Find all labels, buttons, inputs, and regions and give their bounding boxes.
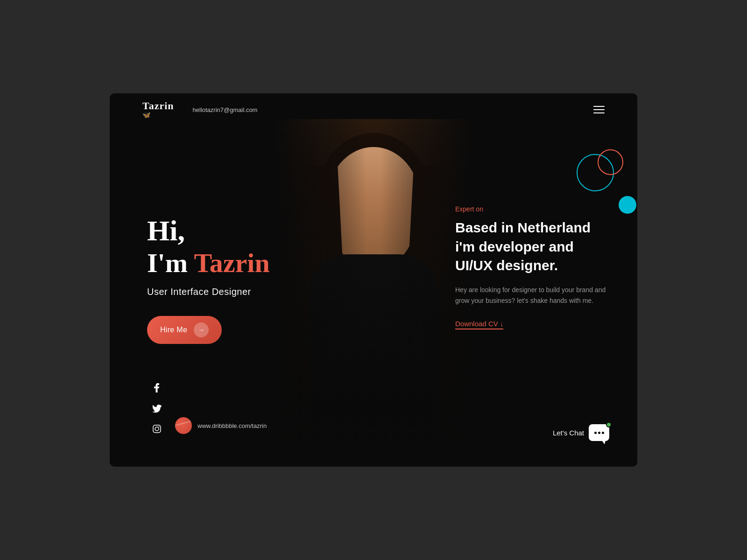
svg-point-2 [159, 427, 160, 427]
svg-rect-0 [153, 425, 161, 433]
greeting-im: I'm Tazrin [147, 248, 270, 278]
portrait-container [273, 119, 474, 460]
lets-chat-widget[interactable]: Let's Chat [553, 424, 609, 441]
gradient-overlay-left [273, 119, 366, 460]
download-cv-link[interactable]: Download CV ↓ [455, 320, 503, 329]
right-heading-line1: Based in Netherland [455, 220, 591, 235]
circle-ring-orange [598, 149, 623, 175]
hire-btn-arrow: → [194, 322, 209, 337]
chat-dot-1 [594, 432, 597, 434]
hamburger-line-1 [593, 106, 605, 107]
dribbble-ball-icon [175, 417, 192, 434]
circle-solid-cyan [619, 196, 636, 214]
facebook-icon[interactable] [152, 383, 162, 393]
svg-point-1 [155, 427, 159, 431]
im-text: I'm [147, 248, 194, 278]
chat-dot-2 [598, 432, 600, 434]
right-heading-line2: i'm developer and [455, 239, 574, 254]
chat-bubble-icon[interactable] [589, 424, 609, 441]
dribbble-url: www.dribbbble.com/tazrin [197, 422, 267, 429]
logo-area: Tazrin 🦋 [142, 101, 174, 119]
expert-label: Expert on [455, 205, 609, 213]
hire-btn-label: Hire Me [160, 326, 187, 334]
lets-chat-label: Let's Chat [553, 429, 584, 437]
left-content: Hi, I'm Tazrin User Interface Designer H… [147, 215, 270, 344]
logo-icon: 🦋 [142, 112, 174, 119]
right-body-text: Hey are looking for designer to build yo… [455, 285, 609, 307]
right-heading-line3: UI/UX designer. [455, 258, 558, 273]
email-link[interactable]: hellotazrin7@gmail.com [193, 106, 258, 113]
social-icons [152, 383, 162, 434]
arrow-icon: → [198, 326, 204, 334]
chat-notification-dot [606, 422, 612, 427]
hamburger-line-2 [593, 109, 605, 110]
dribbble-area[interactable]: www.dribbbble.com/tazrin [175, 417, 267, 434]
hamburger-menu[interactable] [593, 106, 605, 113]
subtitle: User Interface Designer [147, 287, 270, 297]
header: Tazrin 🦋 hellotazrin7@gmail.com [110, 93, 637, 126]
twitter-icon[interactable] [152, 403, 162, 413]
instagram-icon[interactable] [152, 424, 162, 434]
browser-window: Tazrin 🦋 hellotazrin7@gmail.com Hi, [110, 93, 637, 467]
logo-text: Tazrin [142, 101, 174, 111]
right-heading: Based in Netherland i'm developer and UI… [455, 218, 609, 275]
hamburger-line-3 [593, 112, 605, 113]
greeting-hi: Hi, [147, 215, 270, 246]
right-content: Expert on Based in Netherland i'm develo… [455, 205, 609, 329]
name-highlight: Tazrin [194, 248, 269, 278]
hire-me-button[interactable]: Hire Me → [147, 316, 222, 344]
chat-dot-3 [602, 432, 604, 434]
